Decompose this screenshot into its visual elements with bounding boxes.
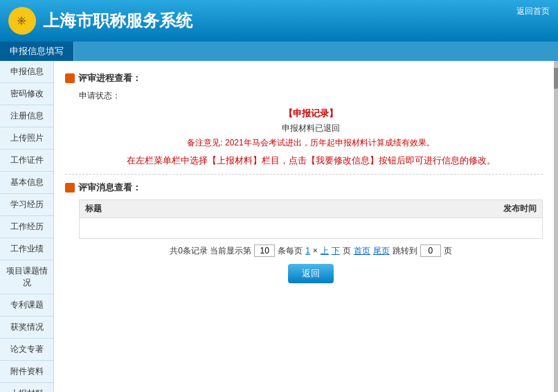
sidebar-item-上报材料[interactable]: 上报材料 bbox=[0, 383, 53, 392]
header-title: 上海市职称服务系统 bbox=[43, 10, 192, 32]
news-section-header: 评审消息查看： bbox=[65, 181, 543, 194]
main-layout: 申报信息 密码修改 注册信息 上传照片 工作证件 基本信息 学习经历 工作经历 … bbox=[0, 61, 558, 392]
next-page-link[interactable]: 下 bbox=[332, 245, 340, 257]
sidebar-item-学习经历[interactable]: 学习经历 bbox=[0, 194, 53, 216]
section-divider bbox=[65, 174, 543, 175]
first-page-link[interactable]: 1 bbox=[305, 246, 310, 256]
sidebar-item-项目课题情况[interactable]: 项目课题情况 bbox=[0, 260, 53, 294]
status-label-text: 申请状态： bbox=[79, 91, 120, 100]
sidebar-item-上传照片[interactable]: 上传照片 bbox=[0, 127, 53, 150]
status-tag: 【申报记录】 bbox=[284, 108, 338, 118]
home-page-link[interactable]: 首页 bbox=[354, 245, 370, 257]
pagination-area: 共0条记录 当前显示第 条每页 1 × 上 下 页 首页 尾页 跳转到 页 bbox=[79, 244, 543, 257]
news-table-body bbox=[79, 218, 543, 239]
status-area: 申请状态： 【申报记录】 申报材料已退回 备注意见: 2021年马会考试进出，历… bbox=[79, 90, 543, 167]
submitted-text: 申报材料已退回 bbox=[79, 123, 543, 134]
news-area: 标题 发布时间 共0条记录 当前显示第 条每页 1 × 上 下 页 首页 尾页 … bbox=[79, 199, 543, 283]
pagination-page-text: 页 bbox=[343, 245, 351, 257]
sidebar-item-附件资料[interactable]: 附件资料 bbox=[0, 361, 53, 383]
news-time-header: 发布时间 bbox=[503, 203, 537, 215]
header-logo: ⛯ bbox=[8, 7, 36, 35]
review-progress-icon bbox=[65, 73, 75, 83]
sidebar-item-工作证件[interactable]: 工作证件 bbox=[0, 150, 53, 172]
scrollbar-handle[interactable] bbox=[554, 68, 558, 89]
last-page-link[interactable]: 尾页 bbox=[373, 245, 390, 257]
news-section-icon bbox=[65, 183, 75, 193]
return-home-link[interactable]: 返回首页 bbox=[516, 6, 550, 17]
nav-bar: 申报信息填写 bbox=[0, 42, 558, 61]
review-progress-header: 评审进程查看： bbox=[65, 72, 543, 84]
news-table-header: 标题 发布时间 bbox=[79, 199, 543, 218]
sidebar-item-注册信息[interactable]: 注册信息 bbox=[0, 105, 53, 127]
sidebar-item-工作经历[interactable]: 工作经历 bbox=[0, 216, 53, 238]
status-label: 申请状态： bbox=[79, 90, 543, 102]
sidebar-item-基本信息[interactable]: 基本信息 bbox=[0, 172, 53, 194]
page-header: ⛯ 上海市职称服务系统 返回首页 bbox=[0, 0, 558, 42]
review-progress-title: 评审进程查看： bbox=[78, 72, 141, 84]
goto-page-input[interactable] bbox=[420, 244, 441, 257]
pagination-prefix: 共0条记录 当前显示第 bbox=[170, 245, 251, 257]
sidebar-item-密码修改[interactable]: 密码修改 bbox=[0, 83, 53, 105]
notice-text: 备注意见: 2021年马会考试进出，历年起申报材料计算成绩有效果。 bbox=[79, 137, 543, 149]
logo-icon: ⛯ bbox=[16, 14, 28, 28]
content-area: 评审进程查看： 申请状态： 【申报记录】 申报材料已退回 备注意见: 2021年… bbox=[54, 61, 554, 392]
goto-label: 跳转到 bbox=[393, 245, 417, 257]
news-title-header: 标题 bbox=[85, 203, 102, 215]
sidebar-item-工作业绩[interactable]: 工作业绩 bbox=[0, 238, 53, 260]
sidebar-item-获奖情况[interactable]: 获奖情况 bbox=[0, 317, 53, 339]
page-size-input[interactable] bbox=[254, 244, 275, 257]
sidebar-item-申报信息[interactable]: 申报信息 bbox=[0, 61, 53, 83]
return-button[interactable]: 返回 bbox=[288, 264, 334, 283]
pagination-x: × bbox=[313, 246, 318, 256]
news-section-title: 评审消息查看： bbox=[78, 181, 141, 194]
sidebar-item-专利课题[interactable]: 专利课题 bbox=[0, 294, 53, 317]
scrollbar[interactable] bbox=[554, 61, 558, 392]
prev-page-link[interactable]: 上 bbox=[321, 245, 329, 257]
sidebar-item-论文专著[interactable]: 论文专著 bbox=[0, 339, 53, 361]
nav-item-申报信息填写[interactable]: 申报信息填写 bbox=[0, 42, 74, 61]
pagination-suffix: 页 bbox=[444, 245, 452, 257]
sidebar: 申报信息 密码修改 注册信息 上传照片 工作证件 基本信息 学习经历 工作经历 … bbox=[0, 61, 54, 392]
instruction-text: 在左栏菜单栏中选择【上报材料】栏目，点击【我要修改信息】按钮后即可进行信息的修改… bbox=[79, 154, 543, 167]
pagination-middle: 条每页 bbox=[278, 245, 303, 257]
